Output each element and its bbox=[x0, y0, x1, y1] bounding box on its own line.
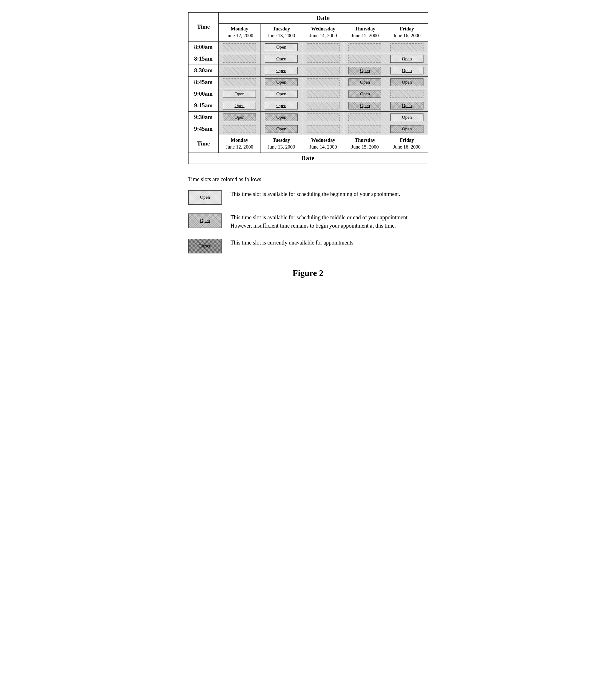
slot-cell-4-3[interactable]: Open bbox=[344, 88, 386, 100]
slot-cell-0-2 bbox=[302, 41, 344, 53]
slot-cell-7-4[interactable]: Open bbox=[386, 123, 428, 135]
time-cell-6: 9:30am bbox=[188, 111, 219, 123]
schedule-table: Time Date MondayJune 12, 2000TuesdayJune… bbox=[188, 12, 428, 164]
day-footer-1: TuesdayJune 13, 2000 bbox=[261, 135, 302, 153]
time-cell-2: 8:30am bbox=[188, 65, 219, 76]
slot-cell-5-0[interactable]: Open bbox=[219, 100, 261, 111]
slot-cell-2-4[interactable]: Open bbox=[386, 65, 428, 76]
slot-cell-7-2 bbox=[302, 123, 344, 135]
slot-cell-3-0 bbox=[219, 76, 261, 88]
slot-cell-0-0 bbox=[219, 41, 261, 53]
time-cell-3: 8:45am bbox=[188, 76, 219, 88]
schedule-row: 9:00amOpenOpen Open bbox=[188, 88, 428, 100]
day-header-0: MondayJune 12, 2000 bbox=[219, 24, 261, 42]
legend-row-1: OpenThis time slot is available for sche… bbox=[188, 213, 428, 230]
slot-cell-6-4[interactable]: Open bbox=[386, 111, 428, 123]
slot-cell-7-0 bbox=[219, 123, 261, 135]
slot-cell-2-1[interactable]: Open bbox=[261, 65, 302, 76]
day-footer-4: FridayJune 16, 2000 bbox=[386, 135, 428, 153]
slot-cell-6-2 bbox=[302, 111, 344, 123]
day-header-4: FridayJune 16, 2000 bbox=[386, 24, 428, 42]
legend-items: OpenThis time slot is available for sche… bbox=[188, 190, 428, 254]
slot-cell-6-3 bbox=[344, 111, 386, 123]
day-footer-3: ThursdayJune 15, 2000 bbox=[344, 135, 386, 153]
slot-cell-5-4[interactable]: Open bbox=[386, 100, 428, 111]
figure-caption: Figure 2 bbox=[188, 268, 428, 278]
schedule-row: 8:00am Open bbox=[188, 41, 428, 53]
slot-cell-3-2 bbox=[302, 76, 344, 88]
legend-text-1: This time slot is available for scheduli… bbox=[230, 213, 428, 230]
day-header-2: WednesdayJune 14, 2000 bbox=[302, 24, 344, 42]
time-cell-4: 9:00am bbox=[188, 88, 219, 100]
slot-cell-1-1[interactable]: Open bbox=[261, 53, 302, 65]
slot-cell-1-3 bbox=[344, 53, 386, 65]
schedule-row: 9:15amOpenOpen OpenOpen bbox=[188, 100, 428, 111]
time-cell-5: 9:15am bbox=[188, 100, 219, 111]
slot-cell-0-3 bbox=[344, 41, 386, 53]
legend-swatch-0: Open bbox=[188, 190, 222, 205]
time-header: Time bbox=[188, 13, 219, 42]
time-cell-1: 8:15am bbox=[188, 53, 219, 65]
slot-cell-3-1[interactable]: Open bbox=[261, 76, 302, 88]
slot-cell-6-1[interactable]: Open bbox=[261, 111, 302, 123]
slot-cell-0-1[interactable]: Open bbox=[261, 41, 302, 53]
schedule-row: 8:30am Open OpenOpen bbox=[188, 65, 428, 76]
slot-cell-0-4 bbox=[386, 41, 428, 53]
time-cell-7: 9:45am bbox=[188, 123, 219, 135]
time-footer-label: Time bbox=[188, 135, 219, 153]
slot-cell-4-0[interactable]: Open bbox=[219, 88, 261, 100]
legend-intro: Time slots are colored as follows: bbox=[188, 176, 428, 183]
slot-cell-6-0[interactable]: Open bbox=[219, 111, 261, 123]
legend-row-0: OpenThis time slot is available for sche… bbox=[188, 190, 428, 205]
slot-cell-4-4 bbox=[386, 88, 428, 100]
slot-cell-2-2 bbox=[302, 65, 344, 76]
date-footer: Date bbox=[188, 153, 428, 164]
day-footer-2: WednesdayJune 14, 2000 bbox=[302, 135, 344, 153]
slot-cell-7-3 bbox=[344, 123, 386, 135]
day-header-3: ThursdayJune 15, 2000 bbox=[344, 24, 386, 42]
schedule-row: 8:15am Open Open bbox=[188, 53, 428, 65]
day-footer-0: MondayJune 12, 2000 bbox=[219, 135, 261, 153]
slot-cell-5-1[interactable]: Open bbox=[261, 100, 302, 111]
time-cell-0: 8:00am bbox=[188, 41, 219, 53]
legend-swatch-2: Closed bbox=[188, 239, 222, 254]
legend-text-0: This time slot is available for scheduli… bbox=[230, 190, 428, 198]
legend-swatch-1: Open bbox=[188, 213, 222, 228]
slot-cell-1-4[interactable]: Open bbox=[386, 53, 428, 65]
slot-cell-3-4[interactable]: Open bbox=[386, 76, 428, 88]
slot-cell-3-3[interactable]: Open bbox=[344, 76, 386, 88]
slot-cell-5-3[interactable]: Open bbox=[344, 100, 386, 111]
slot-cell-1-0 bbox=[219, 53, 261, 65]
slot-cell-1-2 bbox=[302, 53, 344, 65]
legend-text-2: This time slot is currently unavailable … bbox=[230, 239, 428, 247]
legend-row-2: ClosedThis time slot is currently unavai… bbox=[188, 239, 428, 254]
slot-cell-2-3[interactable]: Open bbox=[344, 65, 386, 76]
date-header: Date bbox=[219, 13, 428, 24]
slot-cell-7-1[interactable]: Open bbox=[261, 123, 302, 135]
slot-cell-2-0 bbox=[219, 65, 261, 76]
schedule-row: 9:45am Open Open bbox=[188, 123, 428, 135]
slot-cell-5-2 bbox=[302, 100, 344, 111]
schedule-row: 9:30amOpenOpen Open bbox=[188, 111, 428, 123]
schedule-row: 8:45am Open OpenOpen bbox=[188, 76, 428, 88]
slot-cell-4-1[interactable]: Open bbox=[261, 88, 302, 100]
slot-cell-4-2 bbox=[302, 88, 344, 100]
day-header-1: TuesdayJune 13, 2000 bbox=[261, 24, 302, 42]
